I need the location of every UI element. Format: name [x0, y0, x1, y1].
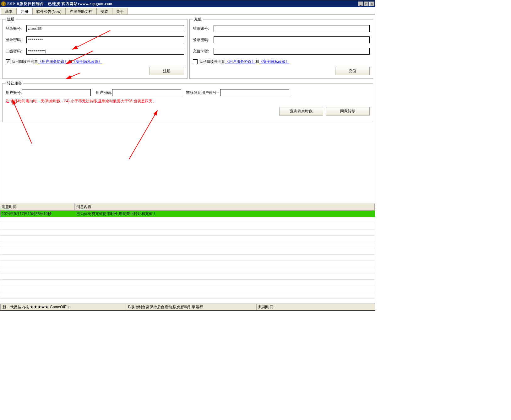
message-content-cell: 已为你免费充值使用时长,期间禁止转让和充值！: [75, 211, 375, 217]
titlebar-text: ESP-B版反挂控制台 - 已连接 官方网站:www.espgom.com: [7, 1, 112, 7]
status-pane-1: 新一代反挂内核 ★★★★★ GameOfEsp: [0, 304, 126, 310]
minimize-button[interactable]: _: [358, 2, 363, 6]
register-password-input[interactable]: [26, 36, 184, 43]
transfer-user-label: 用户账号:: [6, 90, 22, 95]
register-privacy-link[interactable]: 《安全隐私政策》: [72, 59, 102, 64]
tab-basic[interactable]: 基本: [1, 8, 17, 14]
statusbar: 新一代反挂内核 ★★★★★ GameOfEsp B版控制台需保持后台启动,以免影…: [0, 304, 375, 310]
recharge-privacy-link[interactable]: 《安全隐私政策》: [259, 59, 289, 64]
tab-help[interactable]: 在线帮助文档: [66, 8, 96, 14]
register-account-input[interactable]: [26, 25, 184, 32]
register-secondpw-label: 二级密码:: [6, 49, 26, 54]
recharge-account-label: 登录账号:: [193, 26, 214, 31]
register-account-label: 登录账号:: [6, 26, 26, 31]
recharge-fieldset: 充值 登录账号: 登录密码: 充值卡密: 我已阅读并同意 《用户服务协议》: [189, 17, 373, 79]
register-agree-text: 我已阅读并同意: [12, 59, 38, 64]
recharge-agree-checkbox[interactable]: [193, 59, 198, 64]
recharge-agree-text: 我已阅读并同意: [199, 59, 225, 64]
app-window: ESP-B版反挂控制台 - 已连接 官方网站:www.espgom.com _ …: [0, 0, 375, 311]
app-icon: [1, 1, 6, 6]
tab-register[interactable]: 注册: [17, 8, 32, 14]
transfer-legend: 转让服务: [6, 81, 23, 86]
recharge-card-input[interactable]: [214, 48, 370, 55]
recharge-and: 和: [255, 59, 259, 64]
message-body[interactable]: 2024年9月17日10时33分10秒 已为你免费充值使用时长,期间禁止转让和充…: [0, 211, 375, 304]
agree-transfer-button[interactable]: 同意转移: [326, 107, 370, 116]
tab-about[interactable]: 关于: [112, 8, 128, 14]
tab-install[interactable]: 安装: [96, 8, 112, 14]
titlebar: ESP-B版反挂控制台 - 已连接 官方网站:www.espgom.com _ …: [0, 0, 375, 7]
recharge-account-input[interactable]: [214, 25, 370, 32]
register-button[interactable]: 注册: [149, 67, 184, 75]
transfer-pw-label: 用户密码:: [96, 90, 112, 95]
recharge-tos-link[interactable]: 《用户服务协议》: [225, 59, 255, 64]
recharge-card-label: 充值卡密:: [193, 49, 214, 54]
recharge-button[interactable]: 充值: [335, 67, 370, 75]
message-time-header[interactable]: 消息时间: [0, 204, 75, 211]
register-legend: 注册: [6, 17, 16, 22]
message-row[interactable]: 2024年9月17日10时33分10秒 已为你免费充值使用时长,期间禁止转让和充…: [0, 211, 375, 217]
register-password-label: 登录密码:: [6, 37, 26, 43]
status-pane-3: 到期时间:: [256, 304, 375, 310]
status-pane-2: B版控制台需保持后台启动,以免影响引擎运行: [126, 304, 256, 310]
content-area: 注册 登录账号: 登录密码: 二级密码: 我已阅读并同意 《用户服务协议》: [0, 15, 375, 203]
register-fieldset: 注册 登录账号: 登录密码: 二级密码: 我已阅读并同意 《用户服务协议》: [2, 17, 188, 79]
message-content-header[interactable]: 消息内容: [75, 204, 375, 211]
transfer-pw-input[interactable]: [112, 89, 181, 96]
query-hours-button[interactable]: 查询剩余时数: [279, 107, 323, 116]
tab-notice[interactable]: 软件公告(New): [32, 8, 66, 14]
register-agree-checkbox[interactable]: [6, 59, 10, 64]
message-time-cell: 2024年9月17日10时33分10秒: [0, 211, 75, 217]
message-area: 消息时间 消息内容 2024年9月17日10时33分10秒 已为你免费充值使用时…: [0, 203, 375, 304]
transfer-user-input[interactable]: [22, 89, 91, 96]
message-header: 消息时间 消息内容: [0, 203, 375, 211]
transfer-fieldset: 转让服务 用户账号: 用户密码: 转移到此用户账号→ 注:转移时间需扣时一天(剩…: [2, 81, 373, 122]
tab-bar: 基本 注册 软件公告(New) 在线帮助文档 安装 关于: [0, 7, 375, 15]
register-and: 和: [68, 59, 72, 64]
transfer-note: 注:转移时间需扣时一天(剩余时数 - 24),小于零无法转移,且剩余时数要大于9…: [6, 99, 370, 104]
recharge-password-label: 登录密码:: [193, 37, 214, 43]
recharge-password-input[interactable]: [214, 36, 370, 43]
transfer-target-input[interactable]: [220, 89, 289, 96]
register-tos-link[interactable]: 《用户服务协议》: [38, 59, 68, 64]
maximize-button[interactable]: □: [364, 2, 369, 6]
recharge-legend: 充值: [193, 17, 203, 22]
transfer-target-label: 转移到此用户账号→: [186, 90, 220, 95]
register-secondpw-input[interactable]: [26, 48, 184, 55]
close-button[interactable]: ×: [369, 2, 374, 6]
